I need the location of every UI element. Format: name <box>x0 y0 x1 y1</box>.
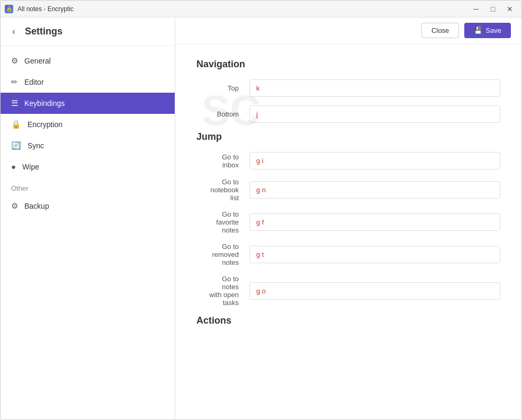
sidebar-item-general[interactable]: ⚙ General <box>1 50 175 72</box>
window-close-button[interactable]: ✕ <box>502 4 517 14</box>
close-button[interactable]: Close <box>421 23 459 38</box>
sidebar-item-label-keybindings: Keybindings <box>24 99 65 108</box>
form-group-notebook: Go to notebook list <box>196 178 500 202</box>
label-notebook: Go to notebook list <box>196 178 249 202</box>
sidebar-header: ‹ Settings <box>1 17 175 46</box>
input-inbox[interactable] <box>249 152 500 169</box>
input-removed[interactable] <box>249 246 500 263</box>
sidebar-item-label-wipe: Wipe <box>22 163 39 171</box>
app-window: 🔒 All notes - Encryptic ─ □ ✕ ‹ Settings… <box>0 0 522 420</box>
main-scroll-area[interactable]: SC Navigation Top Bottom Jump Go to inbo… <box>175 44 521 419</box>
main-header: Close 💾 Save <box>175 17 521 44</box>
sidebar-item-label-backup: Backup <box>24 202 49 210</box>
section-jump-title: Jump <box>196 131 500 142</box>
gear-icon: ⚙ <box>11 56 18 66</box>
label-inbox: Go to inbox <box>196 153 249 169</box>
minimize-button[interactable]: ─ <box>469 4 483 14</box>
form-group-favorite: Go to favorite notes <box>196 210 500 234</box>
save-button[interactable]: 💾 Save <box>464 23 511 38</box>
title-bar: 🔒 All notes - Encryptic ─ □ ✕ <box>1 1 521 17</box>
window-controls: ─ □ ✕ <box>469 4 517 14</box>
app-icon: 🔒 <box>5 5 13 13</box>
section-other-label: Other <box>1 177 175 195</box>
label-bottom: Bottom <box>196 110 249 118</box>
input-notebook[interactable] <box>249 181 500 199</box>
input-favorite[interactable] <box>249 213 500 231</box>
label-removed: Go to removed notes <box>196 243 249 266</box>
section-actions-title: Actions <box>196 315 500 326</box>
sidebar-item-encryption[interactable]: 🔒 Encryption <box>1 114 175 135</box>
sync-icon: 🔄 <box>11 141 21 150</box>
label-favorite: Go to favorite notes <box>196 210 249 234</box>
sidebar-item-backup[interactable]: ⚙ Backup <box>1 195 175 217</box>
sidebar-item-sync[interactable]: 🔄 Sync <box>1 135 175 156</box>
sidebar-item-wipe[interactable]: ● Wipe <box>1 156 175 177</box>
label-tasks: Go to notes with open tasks <box>196 275 249 307</box>
input-top[interactable] <box>249 79 500 97</box>
menu-icon: ☰ <box>11 99 18 108</box>
pencil-icon: ✏ <box>11 77 18 87</box>
form-group-tasks: Go to notes with open tasks <box>196 275 500 307</box>
input-bottom[interactable] <box>249 105 500 123</box>
sidebar-title: Settings <box>25 26 62 37</box>
main-panel: Close 💾 Save SC Navigation Top Bottom <box>175 17 521 419</box>
section-navigation-title: Navigation <box>196 59 500 70</box>
sidebar-item-editor[interactable]: ✏ Editor <box>1 72 175 93</box>
window-title: All notes - Encryptic <box>17 5 469 13</box>
sidebar-item-label-sync: Sync <box>28 141 44 150</box>
sidebar-item-label-encryption: Encryption <box>28 120 62 129</box>
sidebar: ‹ Settings ⚙ General ✏ Editor ☰ Keybindi… <box>1 17 175 419</box>
form-group-removed: Go to removed notes <box>196 243 500 266</box>
input-tasks[interactable] <box>249 282 500 300</box>
sidebar-nav: ⚙ General ✏ Editor ☰ Keybindings 🔒 Encry… <box>1 46 175 419</box>
form-group-top: Top <box>196 79 500 97</box>
sidebar-item-label-editor: Editor <box>24 78 44 86</box>
content-area: ‹ Settings ⚙ General ✏ Editor ☰ Keybindi… <box>1 17 521 419</box>
form-group-inbox: Go to inbox <box>196 152 500 169</box>
backup-gear-icon: ⚙ <box>11 201 18 211</box>
form-group-bottom: Bottom <box>196 105 500 123</box>
sidebar-item-keybindings[interactable]: ☰ Keybindings <box>1 93 175 114</box>
circle-icon: ● <box>11 162 16 171</box>
back-button[interactable]: ‹ <box>9 25 19 38</box>
maximize-button[interactable]: □ <box>485 4 500 14</box>
save-icon: 💾 <box>474 26 482 34</box>
sidebar-item-label-general: General <box>24 57 51 65</box>
lock-icon: 🔒 <box>11 120 21 129</box>
label-top: Top <box>196 84 249 92</box>
save-label: Save <box>485 26 501 34</box>
